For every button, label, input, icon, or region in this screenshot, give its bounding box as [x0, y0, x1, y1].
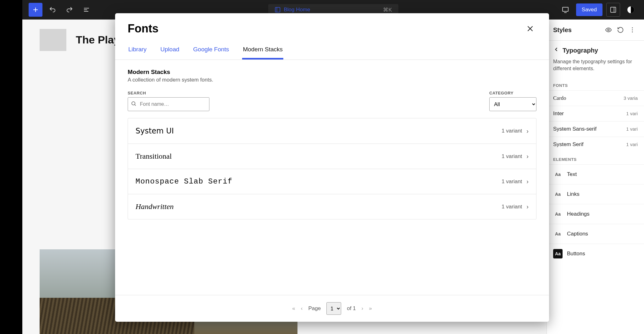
font-name: System Serif	[553, 141, 583, 148]
font-name: Cardo	[553, 95, 566, 101]
font-meta: 1 vari	[626, 142, 638, 147]
chevron-right-icon: ›	[526, 178, 529, 185]
font-option-transitional[interactable]: Transitional 1 variant ›	[128, 144, 536, 169]
history-icon	[617, 26, 624, 33]
site-logo-placeholder[interactable]	[40, 29, 66, 51]
fonts-section-label: FONTS	[547, 78, 644, 90]
page-label: Page	[308, 305, 321, 312]
eye-icon	[605, 26, 612, 33]
more-button[interactable]	[627, 25, 638, 35]
font-list: System UI 1 variant › Transitional 1 var…	[128, 118, 536, 219]
font-variant-count: 1 variant	[502, 178, 522, 185]
prev-page-button[interactable]: ‹	[301, 305, 303, 312]
layout-icon	[274, 7, 280, 13]
font-meta: 3 varia	[624, 95, 638, 101]
add-block-button[interactable]	[29, 3, 42, 17]
font-item[interactable]: Inter 1 vari	[547, 106, 644, 121]
close-button[interactable]	[524, 22, 536, 35]
saved-button[interactable]: Saved	[576, 3, 602, 16]
svg-point-15	[632, 31, 633, 32]
modal-title: Fonts	[128, 22, 158, 35]
sidebar-icon	[610, 6, 617, 13]
list-view-button[interactable]	[80, 3, 93, 17]
font-item[interactable]: System Sans-serif 1 vari	[547, 121, 644, 137]
svg-point-12	[608, 29, 609, 31]
last-page-button[interactable]: »	[369, 305, 372, 312]
font-meta: 1 vari	[626, 111, 638, 116]
font-item[interactable]: System Serif 1 vari	[547, 137, 644, 152]
svg-rect-9	[611, 7, 616, 13]
aa-icon: Aa	[553, 229, 563, 239]
element-label: Text	[567, 171, 577, 178]
font-option-handwritten[interactable]: Handwritten 1 variant ›	[128, 194, 536, 219]
element-label: Buttons	[567, 251, 585, 257]
contrast-icon	[627, 6, 635, 14]
section-title: Modern Stacks	[128, 69, 536, 76]
page-select[interactable]: 1	[326, 302, 341, 315]
first-page-button[interactable]: «	[292, 305, 295, 312]
section-description: A collection of modern system fonts.	[128, 77, 536, 83]
document-title: Blog Home	[284, 7, 310, 13]
font-sample: Transitional	[136, 152, 502, 161]
styles-sidebar: Styles Typography Manage the typography …	[547, 20, 644, 334]
svg-rect-7	[563, 7, 568, 11]
element-buttons[interactable]: AaButtons	[547, 244, 644, 263]
sidebar-title: Styles	[553, 26, 602, 34]
modal-tabs: Library Upload Google Fonts Modern Stack…	[115, 38, 549, 60]
back-button[interactable]	[553, 46, 559, 54]
font-name: Inter	[553, 110, 564, 117]
font-item[interactable]: Cardo 3 varia	[547, 90, 644, 106]
redo-icon	[66, 6, 73, 14]
aa-icon: Aa	[553, 170, 563, 179]
category-select[interactable]: All	[489, 97, 536, 111]
aa-icon: Aa	[553, 209, 563, 219]
search-input[interactable]	[128, 97, 209, 111]
view-button[interactable]	[558, 3, 572, 17]
desktop-icon	[562, 6, 569, 14]
kebab-icon	[629, 26, 636, 33]
revisions-button[interactable]	[615, 25, 626, 35]
chevron-left-icon	[553, 46, 559, 53]
search-icon	[131, 101, 136, 108]
element-text[interactable]: AaText	[547, 164, 644, 184]
shortcut-hint: ⌘K	[383, 7, 392, 13]
font-sample: Monospace Slab Serif	[136, 177, 502, 186]
font-option-monospace[interactable]: Monospace Slab Serif 1 variant ›	[128, 169, 536, 194]
element-label: Captions	[567, 231, 588, 237]
plus-icon	[32, 6, 39, 14]
settings-panel-toggle[interactable]	[606, 3, 620, 17]
font-variant-count: 1 variant	[502, 204, 522, 210]
styles-toggle[interactable]	[624, 3, 638, 17]
category-label: CATEGORY	[489, 91, 536, 95]
aa-icon: Aa	[553, 190, 563, 199]
font-name: System Sans-serif	[553, 126, 597, 132]
svg-point-18	[132, 102, 135, 105]
tab-upload[interactable]: Upload	[160, 42, 180, 59]
element-label: Headings	[567, 211, 590, 217]
tab-library[interactable]: Library	[128, 42, 147, 59]
element-label: Links	[567, 191, 580, 197]
close-icon	[526, 25, 534, 33]
svg-point-13	[632, 27, 633, 28]
tab-modern-stacks[interactable]: Modern Stacks	[242, 42, 283, 59]
redo-button[interactable]	[63, 3, 76, 17]
element-links[interactable]: AaLinks	[547, 184, 644, 204]
next-page-button[interactable]: ›	[362, 305, 364, 312]
aa-icon: Aa	[553, 249, 563, 258]
font-option-system-ui[interactable]: System UI 1 variant ›	[128, 118, 536, 144]
font-meta: 1 vari	[626, 126, 638, 132]
undo-button[interactable]	[46, 3, 59, 17]
elements-section-label: ELEMENTS	[547, 152, 644, 164]
page-total: of 1	[347, 305, 356, 312]
svg-point-14	[632, 30, 633, 31]
chevron-right-icon: ›	[526, 153, 529, 160]
panel-description: Manage the typography settings for diffe…	[547, 57, 644, 78]
svg-line-19	[135, 105, 136, 105]
panel-heading: Typography	[563, 47, 598, 54]
element-captions[interactable]: AaCaptions	[547, 224, 644, 244]
tab-google-fonts[interactable]: Google Fonts	[192, 42, 230, 59]
list-icon	[83, 6, 90, 14]
element-headings[interactable]: AaHeadings	[547, 204, 644, 224]
chevron-right-icon: ›	[526, 127, 529, 135]
style-book-button[interactable]	[603, 25, 614, 35]
